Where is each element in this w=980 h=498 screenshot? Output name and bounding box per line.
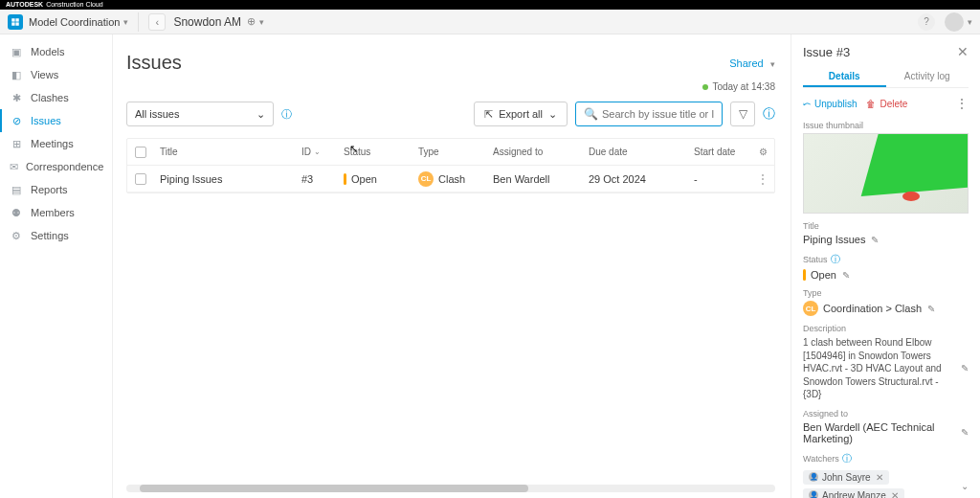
info-icon[interactable]: ⓘ <box>763 105 775 123</box>
type-badge-icon: CL <box>803 301 818 316</box>
chevron-down-icon: ⌄ <box>548 108 557 121</box>
status-indicator-icon <box>344 173 346 185</box>
table-row[interactable]: Piping Issues #3 Open CLClash Ben Wardel… <box>127 166 774 192</box>
field-status: Open✎ <box>803 269 969 281</box>
col-status[interactable]: Status <box>338 147 412 157</box>
sidebar-item-clashes[interactable]: ✱Clashes <box>0 86 112 109</box>
meetings-icon: ⊞ <box>10 137 23 150</box>
sidebar-item-label: Members <box>31 207 75 218</box>
issue-thumbnail[interactable] <box>803 133 969 214</box>
project-name[interactable]: Snowdon AM <box>173 15 241 29</box>
main-content: Issues Shared ▾ Today at 14:38 All issue… <box>113 34 791 498</box>
field-label-watchers: Watchersⓘ <box>803 452 969 465</box>
globe-icon[interactable]: ⊕ <box>247 15 256 28</box>
edit-icon[interactable]: ✎ <box>961 363 969 374</box>
sidebar-item-correspondence[interactable]: ✉Correspondence <box>0 155 112 178</box>
back-button[interactable]: ‹ <box>148 13 166 31</box>
watcher-chip[interactable]: 👤Andrew Manze✕ <box>803 488 904 499</box>
details-title: Issue #3 <box>803 45 850 59</box>
person-icon: 👤 <box>809 490 818 498</box>
chevron-down-icon[interactable]: ▾ <box>259 17 264 27</box>
sidebar-item-models[interactable]: ▣Models <box>0 40 112 63</box>
export-button[interactable]: ⇱Export all⌄ <box>474 102 568 126</box>
edit-icon[interactable]: ✎ <box>871 235 879 245</box>
edit-icon[interactable]: ✎ <box>961 427 969 438</box>
sidebar-item-settings[interactable]: ⚙Settings <box>0 224 112 247</box>
chevron-down-icon[interactable]: ▾ <box>968 17 972 27</box>
cell-id: #3 <box>296 173 338 185</box>
trash-icon: 🗑 <box>866 99 876 109</box>
status-indicator-icon <box>803 269 806 281</box>
info-icon[interactable]: ⓘ <box>281 107 292 122</box>
select-all-checkbox[interactable] <box>135 147 146 158</box>
sidebar-item-label: Meetings <box>31 138 74 149</box>
remove-icon[interactable]: ✕ <box>891 490 899 499</box>
info-icon[interactable]: ⓘ <box>842 453 852 464</box>
watcher-chip[interactable]: 👤John Sayre✕ <box>803 470 889 485</box>
gear-icon: ⚙ <box>10 229 23 242</box>
shared-dropdown[interactable]: Shared ▾ <box>729 57 775 70</box>
more-actions-button[interactable]: ⋮ <box>955 96 969 111</box>
row-checkbox[interactable] <box>135 173 146 185</box>
edit-icon[interactable]: ✎ <box>842 270 850 281</box>
sidebar-item-label: Correspondence <box>26 161 103 172</box>
sync-status: Today at 14:38 <box>126 81 775 92</box>
unpublish-icon: ⤺ <box>803 99 811 109</box>
export-icon: ⇱ <box>484 108 493 121</box>
tab-details[interactable]: Details <box>803 67 886 87</box>
members-icon: ⚉ <box>10 206 23 219</box>
user-avatar[interactable] <box>945 12 964 32</box>
svg-rect-3 <box>15 22 18 25</box>
sidebar-item-label: Views <box>31 69 58 80</box>
table-header: Title ID⌄ Status Type Assigned to Due da… <box>127 139 774 166</box>
field-label-status: Statusⓘ <box>803 253 969 266</box>
sidebar-item-views[interactable]: ◧Views <box>0 63 112 86</box>
chevron-down-icon: ▾ <box>770 59 775 69</box>
filter-button[interactable]: ▽ <box>730 102 755 126</box>
module-name[interactable]: Model Coordination <box>29 16 120 28</box>
col-start[interactable]: Start date <box>688 147 751 157</box>
close-button[interactable]: ✕ <box>957 44 969 59</box>
chevron-down-icon[interactable]: ⌄ <box>961 481 969 491</box>
chevron-down-icon[interactable]: ▾ <box>123 17 128 27</box>
svg-rect-0 <box>11 18 14 21</box>
delete-button[interactable]: 🗑Delete <box>866 99 907 109</box>
col-id[interactable]: ID⌄ <box>296 147 338 157</box>
unpublish-button[interactable]: ⤺Unpublish <box>803 99 857 109</box>
tab-activity[interactable]: Activity log <box>886 67 969 87</box>
thumbnail-label: Issue thumbnail <box>803 121 969 130</box>
field-label-assigned: Assigned to <box>803 409 969 419</box>
chevron-down-icon: ⌄ <box>256 108 265 121</box>
edit-icon[interactable]: ✎ <box>927 304 935 314</box>
table-settings-button[interactable]: ⚙ <box>751 147 774 157</box>
remove-icon[interactable]: ✕ <box>876 472 883 483</box>
col-title[interactable]: Title <box>154 147 296 157</box>
field-label-title: Title <box>803 221 969 231</box>
app-header: Model Coordination ▾ ‹ Snowdon AM ⊕ ▾ ? … <box>0 10 980 34</box>
sidebar-item-reports[interactable]: ▤Reports <box>0 178 112 201</box>
field-label-type: Type <box>803 288 969 298</box>
module-icon <box>8 14 23 30</box>
cell-type: CLClash <box>412 171 487 187</box>
funnel-icon: ▽ <box>739 107 747 121</box>
sidebar-item-issues[interactable]: ⊘Issues <box>0 109 112 132</box>
col-assigned[interactable]: Assigned to <box>487 147 583 157</box>
sidebar-item-members[interactable]: ⚉Members <box>0 201 112 224</box>
divider <box>138 12 139 32</box>
brand-bar: AUTODESKConstruction Cloud <box>0 0 980 10</box>
row-menu-button[interactable]: ⋮ <box>751 171 774 187</box>
search-input[interactable]: 🔍 <box>575 102 723 126</box>
sidebar-item-label: Reports <box>31 184 68 195</box>
help-icon[interactable]: ? <box>918 13 935 31</box>
views-icon: ◧ <box>10 68 23 81</box>
toolbar: All issues⌄ ⓘ ⇱Export all⌄ 🔍 ▽ ⓘ <box>126 102 775 126</box>
status-dot-icon <box>702 84 708 90</box>
horizontal-scrollbar[interactable] <box>126 485 775 492</box>
col-type[interactable]: Type <box>412 147 487 157</box>
filter-dropdown[interactable]: All issues⌄ <box>126 102 274 126</box>
cell-status: Open <box>338 173 412 185</box>
sidebar-item-meetings[interactable]: ⊞Meetings <box>0 132 112 155</box>
sidebar-item-label: Settings <box>31 230 69 241</box>
col-due[interactable]: Due date <box>583 147 688 157</box>
info-icon[interactable]: ⓘ <box>831 254 840 264</box>
